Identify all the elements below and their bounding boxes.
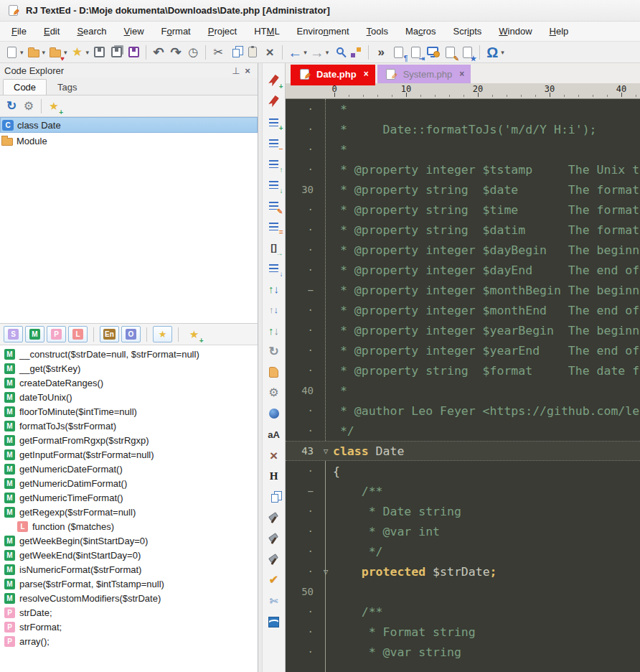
save-as-button[interactable]	[125, 44, 142, 61]
menu-view[interactable]: View	[116, 23, 153, 39]
filter-enums-button[interactable]: En	[100, 326, 119, 342]
new-file-dropdown[interactable]: ▾	[20, 49, 24, 56]
compare-button[interactable]	[347, 44, 364, 61]
menu-tools[interactable]: Tools	[358, 23, 397, 39]
paste-button[interactable]	[244, 44, 261, 61]
member-item[interactable]: MfloorToMinute($intTime=null)	[0, 404, 258, 419]
member-item[interactable]: MgetNumericDateFormat()	[0, 462, 258, 476]
sort-lines-button[interactable]: ↓	[265, 261, 283, 275]
document-tab-system-php[interactable]: System.php×	[377, 65, 471, 83]
member-item[interactable]: Mparse($strFormat, $intTstamp=null)	[0, 577, 258, 591]
reverse-lines-button[interactable]: ↑↓	[265, 323, 283, 337]
move-line-up-button[interactable]: ↑	[265, 157, 283, 171]
open-folder-button[interactable]: ▾	[25, 44, 47, 61]
explorer-settings-button[interactable]: ⚙	[20, 98, 37, 115]
open-folder-dropdown[interactable]: ▾	[42, 49, 46, 56]
document-tab-date-php[interactable]: Date.php×	[291, 65, 375, 83]
add-favorite-button[interactable]: ★+	[184, 326, 204, 342]
tree-item[interactable]: Cclass Date	[0, 117, 258, 133]
sort-descending-button[interactable]: ↑↓	[265, 302, 283, 317]
member-item[interactable]: MdateToUnix()	[0, 390, 258, 404]
menu-help[interactable]: Help	[541, 23, 578, 39]
save-button[interactable]	[90, 44, 108, 61]
menu-edit[interactable]: Edit	[35, 23, 68, 39]
navigate-back-button[interactable]: ←▾	[286, 44, 309, 61]
delete-button[interactable]: ×	[261, 44, 278, 61]
build-tool-3-button[interactable]	[265, 552, 283, 566]
menu-html[interactable]: HTML	[245, 23, 288, 39]
fold-marker-icon[interactable]: ▽	[320, 447, 331, 456]
change-case-button[interactable]: aA	[265, 427, 283, 442]
history-button[interactable]: ◷	[184, 44, 202, 61]
filter-methods-button[interactable]: M	[25, 326, 44, 342]
save-all-button[interactable]	[108, 44, 125, 61]
build-tool-1-button[interactable]	[265, 510, 283, 525]
member-item[interactable]: Parray();	[0, 634, 258, 648]
explorer-tab-tags[interactable]: Tags	[47, 79, 88, 95]
copy-button[interactable]	[227, 44, 244, 61]
menu-format[interactable]: Format	[153, 23, 199, 39]
tab-close-icon[interactable]: ×	[364, 69, 369, 79]
special-characters-dropdown[interactable]: ▾	[501, 49, 504, 56]
snippet-tools-button[interactable]: ✄	[265, 594, 283, 608]
filter-structs-button[interactable]: S	[4, 326, 23, 342]
member-item[interactable]: MisNumericFormat($strFormat)	[0, 562, 258, 577]
refresh-button[interactable]: ↻	[3, 98, 20, 115]
add-favorite-button[interactable]: ★+	[45, 98, 62, 115]
favorites-box-button[interactable]: ★	[153, 326, 172, 342]
member-item[interactable]: M__get($strKey)	[0, 361, 258, 375]
bookmark-button[interactable]	[265, 94, 283, 108]
insert-brackets-button[interactable]: []→	[265, 240, 283, 254]
validate-button[interactable]: ✔	[265, 573, 283, 587]
member-item[interactable]: M__construct($strDate=null, $strFormat=n…	[0, 347, 258, 361]
fold-marker-icon[interactable]: ▽	[320, 567, 331, 577]
note-button[interactable]	[265, 365, 283, 379]
member-item[interactable]: MgetInputFormat($strFormat=null)	[0, 447, 258, 462]
redo-button[interactable]: ↷	[167, 44, 184, 61]
member-item[interactable]: MgetFormatFromRgxp($strRgxp)	[0, 433, 258, 447]
member-item[interactable]: MgetRegexp($strFormat=null)	[0, 505, 258, 519]
menu-macros[interactable]: Macros	[397, 23, 445, 39]
add-bookmark-button[interactable]: +	[265, 73, 283, 88]
code-editor[interactable]: · *· * Date::formatToJs('m/d/Y H:i');· *…	[286, 99, 640, 672]
copy-pages-button[interactable]	[265, 490, 283, 504]
format-quotes-button[interactable]: »	[372, 44, 390, 61]
member-item[interactable]: MformatToJs($strFormat)	[0, 419, 258, 433]
favorites-dropdown[interactable]: ▾	[86, 49, 90, 56]
move-line-down-button[interactable]: ↓	[265, 177, 283, 192]
cut-button[interactable]: ✂	[210, 44, 227, 61]
html-tools-button[interactable]: H	[265, 469, 283, 483]
new-file-button[interactable]: ▾	[3, 44, 25, 61]
add-line-button[interactable]: +	[265, 115, 283, 129]
filter-lambdas-button[interactable]: L	[68, 326, 88, 342]
navigate-back-dropdown[interactable]: ▾	[303, 49, 307, 56]
join-lines-button[interactable]: =	[265, 219, 283, 233]
duplicate-line-button[interactable]: ✎	[265, 198, 283, 213]
close-icon[interactable]: ×	[242, 65, 253, 76]
tab-close-icon[interactable]: ×	[459, 69, 464, 79]
search-button[interactable]	[330, 44, 347, 61]
member-item[interactable]: Lfunction ($matches)	[0, 519, 258, 533]
tree-item[interactable]: Module	[0, 133, 258, 149]
menu-window[interactable]: Window	[490, 23, 540, 39]
pin-icon[interactable]: ⊥	[230, 65, 242, 76]
show-paragraph-button[interactable]: ¶	[390, 44, 407, 61]
web-preview-button[interactable]	[265, 406, 283, 421]
sort-ascending-button[interactable]: ↑↓	[265, 281, 283, 296]
screen-layout-button[interactable]	[424, 44, 441, 61]
goto-line-button[interactable]: ⇥	[407, 44, 424, 61]
member-item[interactable]: MgetNumericTimeFormat()	[0, 490, 258, 505]
menu-search[interactable]: Search	[68, 23, 115, 39]
member-item[interactable]: PstrDate;	[0, 605, 258, 620]
build-tool-2-button[interactable]	[265, 531, 283, 546]
undo-button[interactable]: ↶	[150, 44, 167, 61]
filter-objects-button[interactable]: O	[121, 326, 141, 342]
member-item[interactable]: MresolveCustomModifiers($strDate)	[0, 591, 258, 605]
navigate-forward-button[interactable]: →▾	[309, 44, 331, 61]
navigate-forward-dropdown[interactable]: ▾	[326, 49, 329, 56]
member-item[interactable]: MgetWeekEnd($intStartDay=0)	[0, 548, 258, 562]
menu-file[interactable]: File	[3, 23, 35, 39]
member-item[interactable]: MgetWeekBegin($intStartDay=0)	[0, 533, 258, 548]
document-favorites-button[interactable]: ★	[458, 44, 476, 61]
delete-line-button[interactable]: −	[265, 136, 283, 150]
